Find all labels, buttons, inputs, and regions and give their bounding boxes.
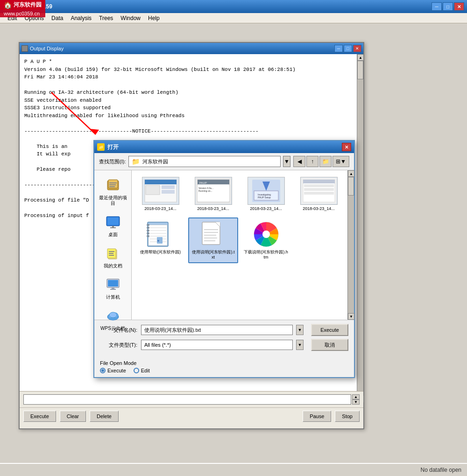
menu-item-analysis[interactable]: Analysis (67, 14, 95, 22)
file-name-2: 2018-03-23_14... (197, 206, 229, 212)
dialog-icon: 📁 (97, 143, 105, 151)
file-item-3[interactable]: Investigating PAUP Setup 2018-03-23_14..… (241, 174, 291, 215)
sidebar-desktop[interactable]: 桌面 (96, 211, 130, 240)
file-item-2[interactable]: PAUP Version 4.0a... Running on... 2018-… (188, 174, 238, 215)
main-window: P PAUP* 4.0a159 ─ □ ✕ Edit Options Data … (0, 0, 467, 476)
desktop-icon (105, 214, 121, 231)
menu-item-trees[interactable]: Trees (95, 14, 117, 22)
filename-label: 文件名(N): (100, 327, 137, 334)
sidebar-computer[interactable]: 计算机 (96, 273, 130, 303)
dialog-title-bar: 📁 打开 ✕ (94, 141, 354, 153)
svg-rect-6 (107, 217, 119, 225)
clear-button[interactable]: Clear (60, 411, 86, 422)
file-item-1[interactable]: 2018-03-23_14... (135, 174, 185, 215)
file-open-dialog: 📁 打开 ✕ 查找范围(I): 📁 河东软件园 ▼ ◀ ↑ 📁 ⊞▼ (93, 140, 355, 378)
svg-rect-51 (147, 230, 149, 231)
file-grid: 2018-03-23_14... PAUP (132, 170, 347, 320)
menu-item-help[interactable]: Help (144, 14, 163, 22)
svg-rect-2 (109, 182, 117, 183)
menu-bar: Edit Options Data Analysis Trees Window … (0, 13, 467, 23)
svg-rect-8 (110, 227, 116, 228)
minimize-button[interactable]: ─ (432, 2, 442, 11)
file-name-3: 2018-03-23_14... (250, 206, 282, 212)
execute-dialog-button[interactable]: Execute (311, 324, 348, 336)
nav-new-folder-button[interactable]: 📁 (319, 156, 332, 167)
cancel-dialog-button[interactable]: 取消 (311, 339, 348, 351)
svg-rect-44 (304, 184, 334, 187)
file-grid-area: 2018-03-23_14... PAUP (132, 170, 354, 320)
close-button[interactable]: ✕ (454, 2, 464, 11)
nav-back-button[interactable]: ◀ (293, 156, 305, 167)
documents-label: 我的文档 (104, 263, 122, 269)
dialog-main-area: 最近使用的项目 桌面 (94, 170, 354, 320)
maximize-button[interactable]: □ (443, 2, 453, 11)
file-scroll-down[interactable]: ▼ (348, 313, 354, 320)
scroll-track (357, 61, 363, 396)
svg-text:Running on...: Running on... (198, 189, 212, 192)
nav-view-button[interactable]: ⊞▼ (333, 156, 349, 167)
location-combo[interactable]: 📁 河东软件园 (128, 156, 281, 167)
dialog-close-button[interactable]: ✕ (342, 143, 351, 151)
output-window-icon (21, 45, 28, 52)
app-title: PAUP* 4.0a159 (13, 3, 432, 10)
delete-button[interactable]: Delete (90, 411, 119, 422)
output-title-bar: Output Display ─ □ ✕ (20, 43, 363, 54)
filetype-combo[interactable]: All files (*.*) (141, 340, 293, 350)
svg-rect-46 (304, 192, 334, 195)
filename-input[interactable] (141, 325, 293, 335)
menu-item-data[interactable]: Data (48, 14, 67, 22)
file-scroll-thumb[interactable] (348, 177, 354, 196)
mode-execute-option[interactable]: Execute (100, 368, 126, 373)
output-window-title: Output Display (30, 46, 334, 51)
svg-point-72 (262, 231, 270, 238)
app-icon: P (3, 3, 10, 10)
scroll-thumb[interactable] (357, 61, 363, 79)
pause-button[interactable]: Pause (303, 411, 331, 422)
location-label: 查找范围(I): (99, 158, 126, 165)
file-item-4[interactable]: 2018-03-23_14... (294, 174, 344, 215)
filename-dropdown[interactable]: ▼ (296, 325, 304, 335)
nav-up-button[interactable]: ↑ (306, 156, 318, 167)
sidebar-recent[interactable]: 最近使用的项目 (96, 174, 130, 209)
mode-edit-option[interactable]: Edit (134, 368, 150, 373)
sidebar-documents[interactable]: 我的文档 (96, 242, 130, 272)
file-item-txt[interactable]: 使用说明(河东软件园).txt (188, 217, 238, 263)
dialog-toolbar: 查找范围(I): 📁 河东软件园 ▼ ◀ ↑ 📁 ⊞▼ (94, 153, 354, 170)
menu-item-edit[interactable]: Edit (4, 14, 21, 22)
location-dropdown-arrow[interactable]: ▼ (283, 156, 290, 167)
input-scroll-up[interactable]: ▲ (352, 394, 360, 399)
file-name-notepad: 使用帮助(河东软件园) (140, 250, 181, 255)
svg-rect-4 (109, 186, 115, 187)
command-input[interactable] (23, 394, 351, 405)
output-maximize-button[interactable]: □ (344, 45, 352, 52)
svg-rect-15 (108, 280, 118, 287)
output-minimize-button[interactable]: ─ (334, 45, 343, 52)
recent-icon (105, 177, 121, 194)
stop-button[interactable]: Stop (335, 411, 360, 422)
svg-rect-3 (109, 184, 116, 185)
filetype-dropdown[interactable]: ▼ (296, 340, 304, 350)
filetype-label: 文件类型(T): (100, 342, 137, 349)
dialog-bottom: 文件名(N): ▼ Execute 文件类型(T): All files (*.… (94, 320, 354, 357)
status-text: No datafile open (421, 467, 461, 473)
output-scrollbar[interactable]: ▲ ▼ (357, 54, 363, 402)
file-name-4: 2018-03-23_14... (303, 206, 335, 212)
input-scroll-down[interactable]: ▼ (352, 399, 360, 405)
execute-button[interactable]: Execute (23, 411, 56, 422)
scroll-up-button[interactable]: ▲ (357, 54, 364, 61)
output-close-button[interactable]: ✕ (353, 45, 361, 52)
svg-rect-53 (147, 235, 149, 237)
menu-item-options[interactable]: Options (21, 14, 48, 22)
menu-item-window[interactable]: Window (117, 14, 144, 22)
svg-text:PAUP: PAUP (199, 182, 207, 184)
cloud-icon (105, 308, 121, 324)
svg-rect-52 (147, 232, 149, 234)
file-item-htm[interactable]: 下载说明(河东软件园).htm (241, 217, 291, 263)
file-scroll-up[interactable]: ▲ (348, 170, 354, 177)
svg-point-21 (109, 312, 117, 318)
file-grid-scrollbar[interactable]: ▲ ▼ (347, 170, 354, 320)
file-item-notepad[interactable]: 使用帮助(河东软件园) (135, 217, 185, 263)
svg-rect-27 (162, 190, 175, 194)
status-bar: No datafile open (0, 463, 467, 476)
file-name-txt: 使用说明(河东软件园).txt (191, 250, 235, 260)
